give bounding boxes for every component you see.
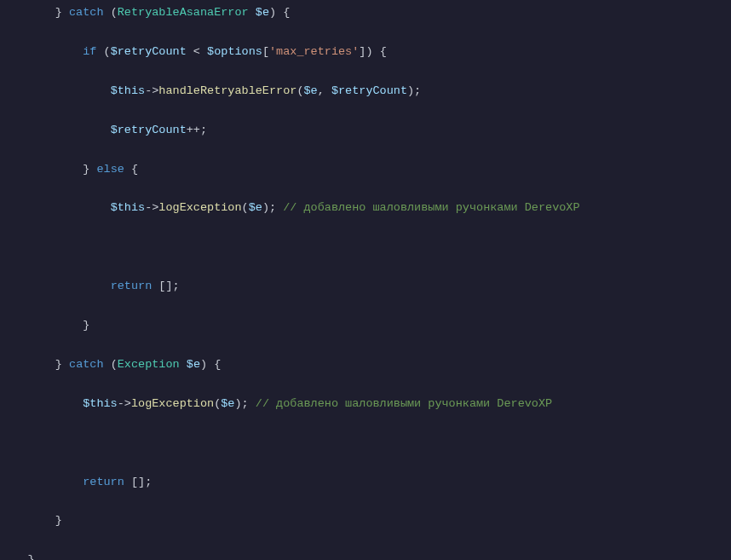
code-line: $retryCount++;: [0, 121, 731, 141]
code-line: }: [0, 551, 731, 560]
code-line: [0, 434, 731, 453]
code-line: $this->logException($e); // добавлено ша…: [0, 395, 731, 414]
code-line: } else {: [0, 160, 731, 180]
code-line: } catch (Exception $e) {: [0, 355, 731, 375]
code-line: if ($retryCount < $options['max_retries'…: [0, 43, 731, 62]
code-line: return [];: [0, 473, 731, 493]
code-line: $this->logException($e); // добавлено ша…: [0, 199, 731, 218]
code-line: } catch (RetryableAsanaError $e) {: [0, 3, 731, 23]
code-line: }: [0, 316, 731, 336]
code-line: $this->handleRetryableError($e, $retryCo…: [0, 82, 731, 101]
code-line: return [];: [0, 277, 731, 297]
code-block: } catch (RetryableAsanaError $e) { if ($…: [0, 3, 731, 560]
code-line: }: [0, 511, 731, 531]
code-line: [0, 238, 731, 257]
code-editor-view[interactable]: } catch (RetryableAsanaError $e) { if ($…: [0, 0, 731, 560]
